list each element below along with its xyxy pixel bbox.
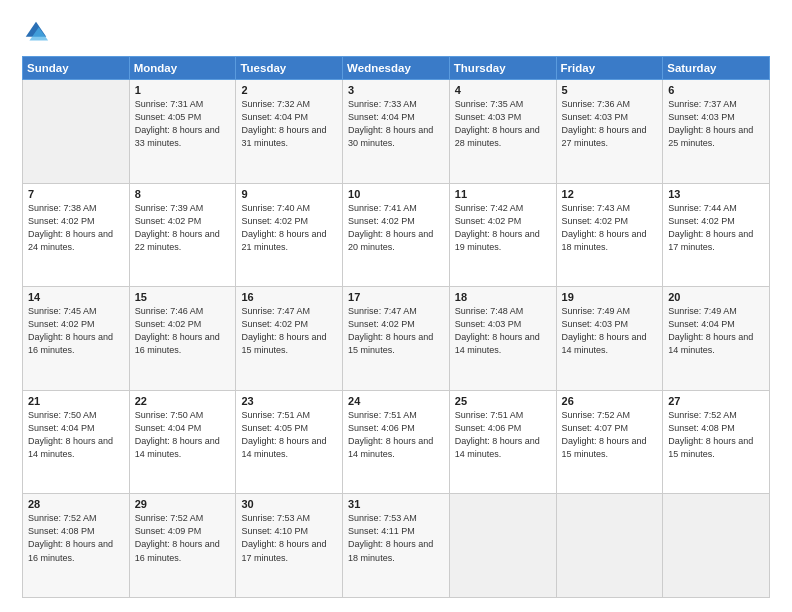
day-number: 1 — [135, 84, 231, 96]
day-cell: 24Sunrise: 7:51 AMSunset: 4:06 PMDayligh… — [343, 390, 450, 494]
day-cell: 10Sunrise: 7:41 AMSunset: 4:02 PMDayligh… — [343, 183, 450, 287]
day-cell: 23Sunrise: 7:51 AMSunset: 4:05 PMDayligh… — [236, 390, 343, 494]
day-cell: 28Sunrise: 7:52 AMSunset: 4:08 PMDayligh… — [23, 494, 130, 598]
day-cell: 3Sunrise: 7:33 AMSunset: 4:04 PMDaylight… — [343, 80, 450, 184]
week-row-3: 21Sunrise: 7:50 AMSunset: 4:04 PMDayligh… — [23, 390, 770, 494]
day-info: Sunrise: 7:40 AMSunset: 4:02 PMDaylight:… — [241, 202, 337, 254]
day-info: Sunrise: 7:47 AMSunset: 4:02 PMDaylight:… — [241, 305, 337, 357]
day-cell: 26Sunrise: 7:52 AMSunset: 4:07 PMDayligh… — [556, 390, 663, 494]
day-number: 21 — [28, 395, 124, 407]
day-cell: 14Sunrise: 7:45 AMSunset: 4:02 PMDayligh… — [23, 287, 130, 391]
calendar-page: SundayMondayTuesdayWednesdayThursdayFrid… — [0, 0, 792, 612]
day-info: Sunrise: 7:42 AMSunset: 4:02 PMDaylight:… — [455, 202, 551, 254]
calendar-table: SundayMondayTuesdayWednesdayThursdayFrid… — [22, 56, 770, 598]
day-number: 26 — [562, 395, 658, 407]
day-info: Sunrise: 7:49 AMSunset: 4:03 PMDaylight:… — [562, 305, 658, 357]
day-info: Sunrise: 7:36 AMSunset: 4:03 PMDaylight:… — [562, 98, 658, 150]
day-cell: 16Sunrise: 7:47 AMSunset: 4:02 PMDayligh… — [236, 287, 343, 391]
day-info: Sunrise: 7:38 AMSunset: 4:02 PMDaylight:… — [28, 202, 124, 254]
day-cell: 4Sunrise: 7:35 AMSunset: 4:03 PMDaylight… — [449, 80, 556, 184]
day-cell: 27Sunrise: 7:52 AMSunset: 4:08 PMDayligh… — [663, 390, 770, 494]
header — [22, 18, 770, 46]
day-number: 20 — [668, 291, 764, 303]
day-number: 3 — [348, 84, 444, 96]
day-info: Sunrise: 7:41 AMSunset: 4:02 PMDaylight:… — [348, 202, 444, 254]
week-row-0: 1Sunrise: 7:31 AMSunset: 4:05 PMDaylight… — [23, 80, 770, 184]
day-number: 17 — [348, 291, 444, 303]
day-number: 25 — [455, 395, 551, 407]
day-number: 6 — [668, 84, 764, 96]
logo-icon — [22, 18, 50, 46]
day-number: 27 — [668, 395, 764, 407]
day-info: Sunrise: 7:53 AMSunset: 4:10 PMDaylight:… — [241, 512, 337, 564]
day-info: Sunrise: 7:50 AMSunset: 4:04 PMDaylight:… — [28, 409, 124, 461]
day-cell: 20Sunrise: 7:49 AMSunset: 4:04 PMDayligh… — [663, 287, 770, 391]
weekday-header-tuesday: Tuesday — [236, 57, 343, 80]
day-info: Sunrise: 7:43 AMSunset: 4:02 PMDaylight:… — [562, 202, 658, 254]
logo — [22, 18, 54, 46]
day-number: 13 — [668, 188, 764, 200]
day-cell: 17Sunrise: 7:47 AMSunset: 4:02 PMDayligh… — [343, 287, 450, 391]
day-info: Sunrise: 7:32 AMSunset: 4:04 PMDaylight:… — [241, 98, 337, 150]
day-info: Sunrise: 7:35 AMSunset: 4:03 PMDaylight:… — [455, 98, 551, 150]
day-info: Sunrise: 7:44 AMSunset: 4:02 PMDaylight:… — [668, 202, 764, 254]
week-row-2: 14Sunrise: 7:45 AMSunset: 4:02 PMDayligh… — [23, 287, 770, 391]
day-cell: 19Sunrise: 7:49 AMSunset: 4:03 PMDayligh… — [556, 287, 663, 391]
day-cell: 13Sunrise: 7:44 AMSunset: 4:02 PMDayligh… — [663, 183, 770, 287]
day-info: Sunrise: 7:52 AMSunset: 4:07 PMDaylight:… — [562, 409, 658, 461]
day-number: 22 — [135, 395, 231, 407]
day-info: Sunrise: 7:37 AMSunset: 4:03 PMDaylight:… — [668, 98, 764, 150]
day-info: Sunrise: 7:46 AMSunset: 4:02 PMDaylight:… — [135, 305, 231, 357]
day-cell — [663, 494, 770, 598]
day-info: Sunrise: 7:33 AMSunset: 4:04 PMDaylight:… — [348, 98, 444, 150]
day-cell — [23, 80, 130, 184]
day-number: 12 — [562, 188, 658, 200]
day-cell: 22Sunrise: 7:50 AMSunset: 4:04 PMDayligh… — [129, 390, 236, 494]
day-cell: 2Sunrise: 7:32 AMSunset: 4:04 PMDaylight… — [236, 80, 343, 184]
day-cell — [556, 494, 663, 598]
day-info: Sunrise: 7:49 AMSunset: 4:04 PMDaylight:… — [668, 305, 764, 357]
weekday-header-wednesday: Wednesday — [343, 57, 450, 80]
day-info: Sunrise: 7:51 AMSunset: 4:06 PMDaylight:… — [455, 409, 551, 461]
day-number: 29 — [135, 498, 231, 510]
day-number: 15 — [135, 291, 231, 303]
day-cell: 7Sunrise: 7:38 AMSunset: 4:02 PMDaylight… — [23, 183, 130, 287]
day-info: Sunrise: 7:53 AMSunset: 4:11 PMDaylight:… — [348, 512, 444, 564]
day-info: Sunrise: 7:52 AMSunset: 4:08 PMDaylight:… — [28, 512, 124, 564]
day-cell: 18Sunrise: 7:48 AMSunset: 4:03 PMDayligh… — [449, 287, 556, 391]
day-cell: 1Sunrise: 7:31 AMSunset: 4:05 PMDaylight… — [129, 80, 236, 184]
day-number: 2 — [241, 84, 337, 96]
day-info: Sunrise: 7:31 AMSunset: 4:05 PMDaylight:… — [135, 98, 231, 150]
day-cell: 21Sunrise: 7:50 AMSunset: 4:04 PMDayligh… — [23, 390, 130, 494]
day-number: 24 — [348, 395, 444, 407]
day-number: 28 — [28, 498, 124, 510]
day-cell: 11Sunrise: 7:42 AMSunset: 4:02 PMDayligh… — [449, 183, 556, 287]
day-cell: 25Sunrise: 7:51 AMSunset: 4:06 PMDayligh… — [449, 390, 556, 494]
day-number: 5 — [562, 84, 658, 96]
day-number: 10 — [348, 188, 444, 200]
day-info: Sunrise: 7:45 AMSunset: 4:02 PMDaylight:… — [28, 305, 124, 357]
day-number: 14 — [28, 291, 124, 303]
day-number: 8 — [135, 188, 231, 200]
day-info: Sunrise: 7:52 AMSunset: 4:09 PMDaylight:… — [135, 512, 231, 564]
day-cell: 6Sunrise: 7:37 AMSunset: 4:03 PMDaylight… — [663, 80, 770, 184]
day-cell: 12Sunrise: 7:43 AMSunset: 4:02 PMDayligh… — [556, 183, 663, 287]
week-row-1: 7Sunrise: 7:38 AMSunset: 4:02 PMDaylight… — [23, 183, 770, 287]
weekday-header-friday: Friday — [556, 57, 663, 80]
day-number: 30 — [241, 498, 337, 510]
day-info: Sunrise: 7:50 AMSunset: 4:04 PMDaylight:… — [135, 409, 231, 461]
day-cell: 30Sunrise: 7:53 AMSunset: 4:10 PMDayligh… — [236, 494, 343, 598]
day-number: 18 — [455, 291, 551, 303]
day-number: 16 — [241, 291, 337, 303]
week-row-4: 28Sunrise: 7:52 AMSunset: 4:08 PMDayligh… — [23, 494, 770, 598]
day-number: 4 — [455, 84, 551, 96]
weekday-header-thursday: Thursday — [449, 57, 556, 80]
day-number: 31 — [348, 498, 444, 510]
day-cell: 8Sunrise: 7:39 AMSunset: 4:02 PMDaylight… — [129, 183, 236, 287]
day-info: Sunrise: 7:48 AMSunset: 4:03 PMDaylight:… — [455, 305, 551, 357]
weekday-header-sunday: Sunday — [23, 57, 130, 80]
day-info: Sunrise: 7:52 AMSunset: 4:08 PMDaylight:… — [668, 409, 764, 461]
day-number: 19 — [562, 291, 658, 303]
day-info: Sunrise: 7:47 AMSunset: 4:02 PMDaylight:… — [348, 305, 444, 357]
day-number: 9 — [241, 188, 337, 200]
